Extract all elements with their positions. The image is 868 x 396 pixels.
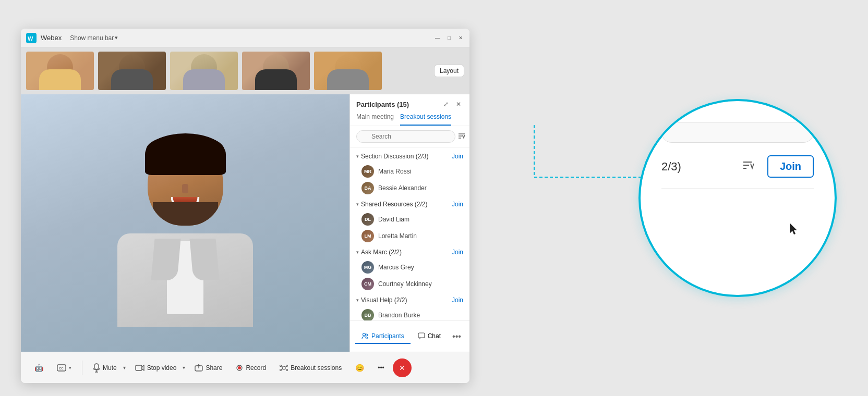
mute-label: Mute (103, 364, 117, 372)
tab-main-meeting[interactable]: Main meeting (356, 113, 394, 126)
share-button[interactable]: Share (189, 361, 227, 375)
chat-icon (418, 332, 425, 340)
participant-row: MR Maria Rossi (350, 163, 469, 180)
video-icon (135, 364, 144, 372)
thumbnail-4[interactable] (242, 52, 310, 90)
svg-line-23 (282, 366, 283, 367)
record-label: Record (246, 364, 266, 372)
chat-bottom-button[interactable]: Chat (412, 329, 447, 344)
callout-sort-icon (742, 159, 754, 174)
breakout-group-visual-help: ▾ Visual Help (2/2) Join BB Brandon Burk… (350, 293, 469, 320)
ai-icon: 🤖 (34, 364, 43, 372)
menu-chevron-icon: ▾ (115, 34, 118, 41)
participant-row: CM Courtney Mckinney (350, 276, 469, 292)
breakout-group-shared-resources: ▾ Shared Resources (2/2) Join DL David L… (350, 197, 469, 244)
panel-header: Participants (15) ⤢ ✕ Main meeting Break… (350, 94, 469, 126)
chevron-down-icon: ▾ (356, 250, 359, 255)
captions-chevron[interactable]: ▾ (69, 365, 71, 370)
join-button-shared-resources[interactable]: Join (452, 201, 463, 208)
bottom-toolbar: 🤖 CC ▾ Mute (21, 352, 469, 383)
svg-point-21 (280, 369, 282, 370)
minimize-button[interactable]: — (434, 34, 441, 42)
participants-bottom-button[interactable]: Participants (355, 329, 411, 344)
microphone-icon (93, 363, 100, 373)
breakout-sessions-label: Breakout sessions (291, 364, 342, 372)
captions-button[interactable]: CC ▾ (52, 361, 77, 375)
breakout-sessions-button[interactable]: Breakout sessions (274, 361, 347, 375)
close-panel-button[interactable]: ✕ (454, 100, 463, 109)
main-video (21, 94, 349, 352)
svg-point-5 (363, 333, 366, 336)
sort-button[interactable] (457, 132, 466, 142)
participants-panel: Participants (15) ⤢ ✕ Main meeting Break… (349, 94, 469, 352)
svg-rect-10 (94, 364, 99, 369)
thumbnail-2[interactable] (98, 52, 166, 90)
join-button-visual-help[interactable]: Join (452, 296, 463, 304)
close-button[interactable]: ✕ (457, 34, 464, 42)
tab-breakout-sessions[interactable]: Breakout sessions (400, 113, 451, 126)
captions-icon: CC (57, 364, 66, 372)
svg-point-18 (282, 366, 285, 369)
callout-search-bar (661, 122, 814, 143)
join-button-ask-marc[interactable]: Join (452, 249, 463, 256)
chevron-down-icon: ▾ (356, 202, 359, 207)
group-name-ask-marc: Ask Marc (2/2) (361, 249, 452, 256)
layout-button[interactable]: Layout (434, 65, 464, 77)
avatar-bessie-alexander: BA (361, 182, 374, 194)
avatar-loretta-martin: LM (361, 230, 374, 242)
avatar-david-liam: DL (361, 213, 374, 226)
mute-dropdown-button[interactable]: ▾ (122, 363, 127, 373)
video-dropdown-button[interactable]: ▾ (182, 363, 186, 373)
svg-text:W: W (28, 35, 33, 42)
breakout-group-section-discussion: ▾ Section Discussion (2/3) Join MR Maria… (350, 150, 469, 196)
svg-text:CC: CC (59, 367, 64, 370)
avatar-maria-rossi: MR (361, 165, 374, 178)
stop-video-button[interactable]: Stop video (130, 361, 182, 375)
participant-name-marcus-grey: Marcus Grey (378, 264, 414, 271)
breakout-group-ask-marc: ▾ Ask Marc (2/2) Join MG Marcus Grey CM … (350, 245, 469, 292)
record-button[interactable]: Record (231, 361, 271, 375)
search-input[interactable] (356, 130, 455, 143)
group-header-shared-resources[interactable]: ▾ Shared Resources (2/2) Join (350, 197, 469, 211)
more-button[interactable]: ••• (372, 361, 390, 375)
expand-panel-button[interactable]: ⤢ (441, 100, 451, 109)
group-name-shared-resources: Shared Resources (2/2) (361, 201, 452, 208)
svg-point-22 (286, 369, 288, 370)
join-button-section-discussion[interactable]: Join (452, 153, 463, 160)
participants-icon (361, 332, 369, 340)
reactions-button[interactable]: 😊 (350, 361, 369, 375)
panel-more-button[interactable]: ••• (448, 329, 465, 344)
avatar-courtney-mckinney: CM (361, 278, 374, 290)
chevron-down-icon: ▾ (356, 298, 359, 303)
thumbnail-3[interactable] (170, 52, 238, 90)
show-menu-bar[interactable]: Show menu bar (70, 34, 114, 42)
record-icon (236, 364, 243, 372)
group-header-visual-help[interactable]: ▾ Visual Help (2/2) Join (350, 293, 469, 307)
participant-row: BA Bessie Alexander (350, 180, 469, 196)
ai-assistant-button[interactable]: 🤖 (29, 361, 49, 375)
mute-button[interactable]: Mute (88, 360, 122, 376)
participant-row: DL David Liam (350, 211, 469, 228)
thumbnail-strip: Layout (21, 47, 469, 94)
video-area (21, 94, 349, 352)
panel-tabs: Main meeting Breakout sessions (356, 113, 463, 126)
panel-title: Participants (15) (356, 101, 409, 108)
end-call-button[interactable]: ✕ (393, 358, 412, 377)
group-header-ask-marc[interactable]: ▾ Ask Marc (2/2) Join (350, 245, 469, 259)
connector-lines (534, 125, 649, 229)
svg-point-17 (238, 366, 241, 369)
group-header-section-discussion[interactable]: ▾ Section Discussion (2/3) Join (350, 150, 469, 163)
svg-line-24 (285, 366, 286, 367)
participant-name-bessie-alexander: Bessie Alexander (378, 184, 427, 192)
content-area: Participants (15) ⤢ ✕ Main meeting Break… (21, 94, 469, 352)
share-label: Share (206, 364, 222, 372)
callout-join-button[interactable]: Join (767, 155, 814, 178)
avatar-marcus-grey: MG (361, 261, 374, 274)
maximize-button[interactable]: □ (445, 34, 453, 42)
app-name: Webex (41, 34, 62, 42)
zoom-callout: 2/3) Join (638, 99, 837, 297)
svg-point-20 (286, 365, 288, 366)
thumbnail-5[interactable] (314, 52, 382, 90)
video-group: Stop video ▾ (130, 361, 187, 375)
thumbnail-1[interactable] (26, 52, 94, 90)
